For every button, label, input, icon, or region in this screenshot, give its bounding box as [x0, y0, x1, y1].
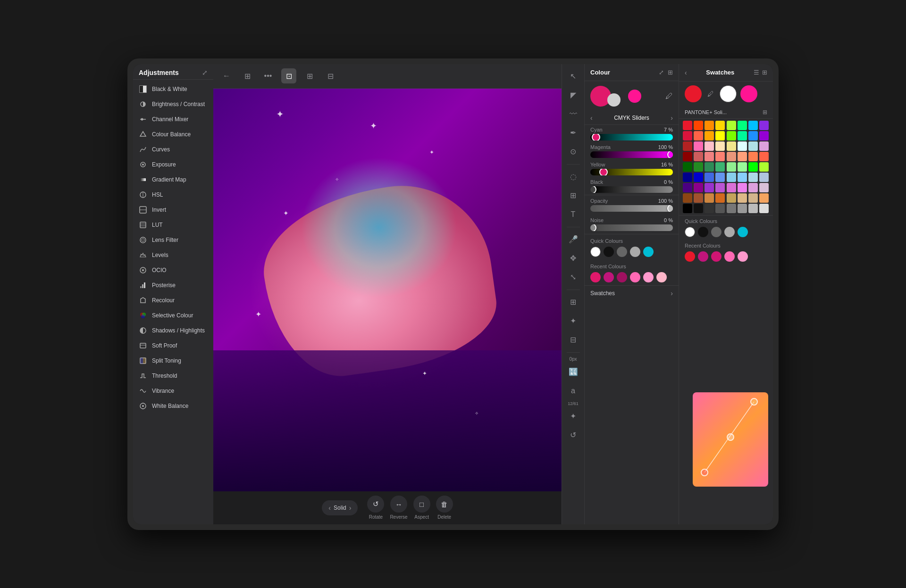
adj-item-brightness---contrast[interactable]: Brightness / Contrast — [133, 97, 213, 112]
swatch-cell-21[interactable] — [738, 141, 747, 151]
swatch-cell-38[interactable] — [748, 162, 758, 172]
swatch-cell-29[interactable] — [738, 152, 747, 161]
swatch-cell-6[interactable] — [748, 121, 758, 130]
magic-tool[interactable]: ✦ — [565, 313, 582, 330]
quick-colour-cyan[interactable] — [643, 247, 654, 257]
bottom-item-reverse[interactable]: ↔ Reverse — [390, 496, 407, 520]
layers-button[interactable]: ⊞ — [240, 68, 255, 83]
adj-item-lut[interactable]: LUT — [133, 217, 213, 232]
swatches-grid2-icon[interactable]: ⊞ — [762, 69, 767, 76]
cmyk-prev-arrow[interactable]: ‹ — [590, 114, 593, 122]
voice-tool[interactable]: 🎤 — [565, 231, 582, 248]
adjustments-button[interactable]: ⊟ — [323, 68, 338, 83]
swatch-cell-19[interactable] — [715, 141, 725, 151]
swatch-primary-white[interactable] — [720, 85, 737, 102]
swatch-cell-45[interactable] — [738, 173, 747, 182]
swatch-cell-2[interactable] — [705, 121, 714, 130]
swatch-cell-44[interactable] — [727, 173, 736, 182]
colour-expand-icon[interactable]: ⤢ — [659, 69, 664, 76]
swatches-link[interactable]: Swatches › — [585, 285, 679, 301]
gradient-editor[interactable] — [693, 392, 768, 487]
swatch-cell-52[interactable] — [727, 183, 736, 192]
adj-item-posterise[interactable]: Posterise — [133, 278, 213, 293]
swatch-cell-27[interactable] — [715, 152, 725, 161]
eyedropper-button[interactable]: 🖊 — [665, 92, 673, 100]
swatch-cell-23[interactable] — [759, 141, 769, 151]
cyan-thumb[interactable] — [592, 134, 600, 141]
swatch-cell-55[interactable] — [759, 183, 769, 192]
type-left-arrow[interactable]: ‹ — [328, 504, 331, 512]
swatch-cell-3[interactable] — [715, 121, 725, 130]
sw-quick-cyan[interactable] — [738, 227, 748, 237]
adj-item-shadows---highlights[interactable]: Shadows / Highlights — [133, 323, 213, 338]
select-tool[interactable]: ⊡ — [281, 68, 296, 83]
sw-quick-white[interactable] — [685, 227, 695, 237]
adj-item-colour-balance[interactable]: Colour Balance — [133, 127, 213, 142]
swatch-cell-62[interactable] — [748, 193, 758, 203]
opacity-thumb[interactable] — [667, 205, 673, 212]
smudge-tool[interactable]: 〰 — [565, 106, 582, 123]
accent-colour-swatch[interactable] — [628, 90, 641, 103]
swatch-cell-61[interactable] — [738, 193, 747, 203]
bottom-icon-rotate[interactable]: ↺ — [367, 496, 384, 513]
swatch-cell-16[interactable] — [683, 141, 692, 151]
erase-tool[interactable]: ◌ — [565, 168, 582, 185]
swatch-cell-5[interactable] — [738, 121, 747, 130]
swatch-cell-67[interactable] — [715, 204, 725, 213]
transform-tool[interactable]: ⤡ — [565, 269, 582, 286]
swatch-cell-49[interactable] — [694, 183, 703, 192]
adj-item-levels[interactable]: Levels — [133, 248, 213, 263]
swatch-cell-13[interactable] — [738, 131, 747, 141]
text-tool[interactable]: T — [565, 206, 582, 223]
swatch-cell-1[interactable] — [694, 121, 703, 130]
swatch-cell-35[interactable] — [715, 162, 725, 172]
pantone-grid-icon[interactable]: ⊞ — [763, 109, 767, 116]
adj-item-gradient-map[interactable]: Gradient Map — [133, 172, 213, 187]
swatch-cell-66[interactable] — [705, 204, 714, 213]
swatch-cell-68[interactable] — [727, 204, 736, 213]
recent-colour-6[interactable] — [656, 272, 667, 282]
adj-item-ocio[interactable]: OCIO — [133, 263, 213, 278]
swatch-cell-12[interactable] — [727, 131, 736, 141]
quick-colour-gray2[interactable] — [630, 247, 640, 257]
swatch-cell-41[interactable] — [694, 173, 703, 182]
bottom-icon-reverse[interactable]: ↔ — [390, 496, 407, 513]
swatch-cell-70[interactable] — [748, 204, 758, 213]
bottom-icon-delete[interactable]: 🗑 — [436, 496, 453, 513]
sw-recent-4[interactable] — [724, 251, 735, 262]
adj-item-white-balance[interactable]: White Balance — [133, 398, 213, 414]
swatch-cell-63[interactable] — [759, 193, 769, 203]
adj-item-split-toning[interactable]: Split Toning — [133, 353, 213, 368]
swatch-cell-26[interactable] — [705, 152, 714, 161]
adj-item-selective-colour[interactable]: Selective Colour — [133, 308, 213, 323]
filter-tool[interactable]: ⊟ — [565, 331, 582, 348]
quick-colour-gray1[interactable] — [617, 247, 627, 257]
swatch-cell-42[interactable] — [705, 173, 714, 182]
sw-quick-gray2[interactable] — [724, 227, 735, 237]
snap-tool[interactable]: ✦ — [565, 408, 582, 425]
swatch-cell-24[interactable] — [683, 152, 692, 161]
type-group[interactable]: ‹ Solid › — [322, 500, 358, 515]
swatch-cell-40[interactable] — [683, 173, 692, 182]
swatches-list-icon[interactable]: ☰ — [754, 69, 759, 76]
recent-colour-2[interactable] — [604, 272, 614, 282]
swatch-cell-43[interactable] — [715, 173, 725, 182]
stamp-tool[interactable]: ⊙ — [565, 143, 582, 160]
adj-item-hsl[interactable]: HSL — [133, 187, 213, 202]
swatch-cell-4[interactable] — [727, 121, 736, 130]
bottom-item-rotate[interactable]: ↺ Rotate — [367, 496, 384, 520]
recent-colour-4[interactable] — [630, 272, 640, 282]
sw-recent-1[interactable] — [685, 251, 695, 262]
swatch-cell-34[interactable] — [705, 162, 714, 172]
swatch-cell-50[interactable] — [705, 183, 714, 192]
text2-tool[interactable]: a — [565, 382, 582, 399]
adj-item-recolour[interactable]: Recolour — [133, 293, 213, 308]
cmyk-next-arrow[interactable]: › — [671, 114, 673, 122]
swatch-cell-51[interactable] — [715, 183, 725, 192]
swatch-eyedropper[interactable]: 🖊 — [707, 90, 714, 98]
bottom-item-aspect[interactable]: □ Aspect — [413, 496, 430, 520]
swatch-cell-15[interactable] — [759, 131, 769, 141]
black-slider[interactable] — [590, 186, 673, 193]
sw-recent-5[interactable] — [738, 251, 748, 262]
swatch-cell-31[interactable] — [759, 152, 769, 161]
